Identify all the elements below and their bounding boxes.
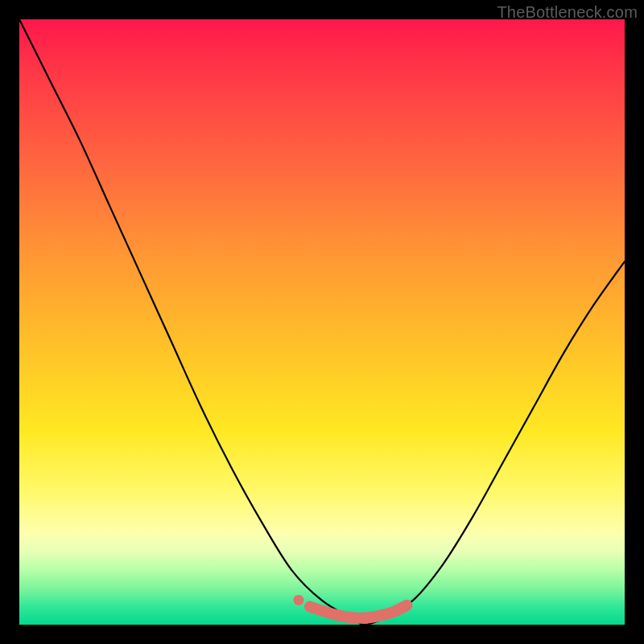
optimal-range-marker [293, 595, 407, 618]
watermark-text: TheBottleneck.com [497, 3, 638, 22]
optimal-range-stroke [310, 605, 407, 618]
chart-frame [19, 19, 625, 625]
chart-svg [19, 19, 625, 625]
optimal-range-dot [293, 595, 303, 605]
bottleneck-curve [19, 19, 625, 625]
